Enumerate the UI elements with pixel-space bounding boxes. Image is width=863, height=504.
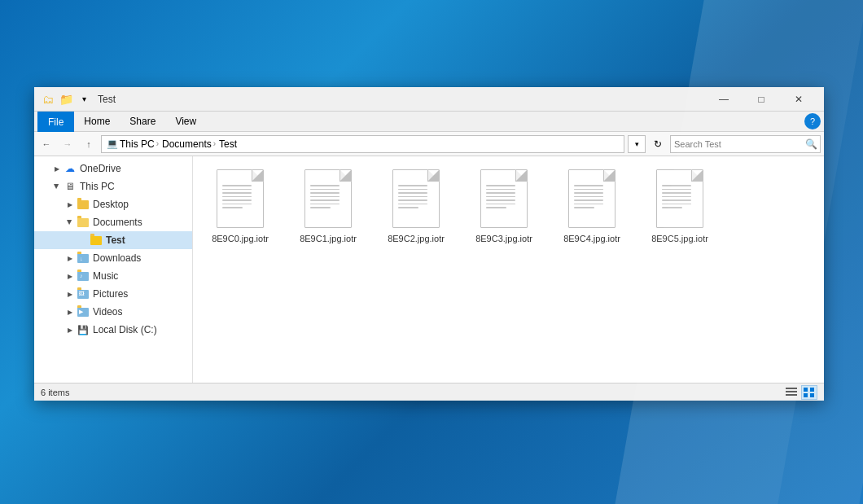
window-title: Test bbox=[98, 94, 705, 105]
svg-rect-4 bbox=[810, 388, 814, 392]
expand-arrow-documents: ▶ bbox=[64, 216, 77, 229]
doc-line bbox=[222, 207, 243, 208]
expand-arrow-videos: ▶ bbox=[64, 305, 77, 318]
doc-line bbox=[574, 192, 603, 194]
sidebar-item-desktop[interactable]: ▶ Desktop bbox=[34, 195, 192, 213]
sidebar: ▶ ☁ OneDrive ▶ 🖥 This PC ▶ Des bbox=[34, 156, 193, 383]
title-bar: 🗂 📁 ▾ Test — □ ✕ bbox=[34, 87, 824, 112]
doc-line bbox=[310, 196, 340, 198]
search-icon[interactable]: 🔍 bbox=[802, 135, 820, 153]
sidebar-item-localdisk[interactable]: ▶ 💾 Local Disk (C:) bbox=[34, 321, 192, 339]
file-item[interactable]: 8E9C5.jpg.iotr bbox=[639, 163, 721, 248]
test-folder-icon bbox=[90, 234, 103, 247]
file-item[interactable]: 8E9C4.jpg.iotr bbox=[551, 163, 633, 248]
doc-lines bbox=[222, 185, 252, 208]
tab-file[interactable]: File bbox=[37, 112, 74, 132]
svg-rect-3 bbox=[804, 388, 808, 392]
back-button[interactable]: ← bbox=[37, 135, 55, 153]
doc-line bbox=[486, 204, 515, 205]
close-button[interactable]: ✕ bbox=[780, 87, 817, 112]
desktop-folder-icon bbox=[77, 198, 90, 211]
file-explorer-window: 🗂 📁 ▾ Test — □ ✕ File Home Share View ? … bbox=[34, 87, 824, 401]
sidebar-label-thispc: This PC bbox=[80, 181, 115, 192]
downloads-folder-icon: ↓ bbox=[77, 252, 90, 265]
svg-rect-5 bbox=[804, 393, 808, 397]
doc-line bbox=[398, 207, 418, 208]
help-button[interactable]: ? bbox=[804, 113, 821, 129]
sidebar-item-downloads[interactable]: ▶ ↓ Downloads bbox=[34, 249, 192, 267]
forward-button[interactable]: → bbox=[59, 135, 77, 153]
quick-access-icon: 🗂 bbox=[41, 92, 55, 107]
doc-line bbox=[398, 196, 427, 198]
sidebar-item-onedrive[interactable]: ▶ ☁ OneDrive bbox=[34, 160, 192, 177]
down-arrow-icon[interactable]: ▾ bbox=[77, 92, 91, 107]
path-arrow-2: › bbox=[213, 139, 216, 148]
main-area: ▶ ☁ OneDrive ▶ 🖥 This PC ▶ Des bbox=[34, 156, 824, 383]
expand-arrow-downloads: ▶ bbox=[64, 252, 77, 265]
sidebar-label-test: Test bbox=[106, 234, 125, 246]
search-box[interactable]: 🔍 bbox=[670, 135, 821, 153]
up-button[interactable]: ↑ bbox=[80, 135, 98, 153]
document-icon bbox=[656, 169, 703, 228]
file-icon-wrapper bbox=[563, 166, 620, 231]
doc-line bbox=[310, 189, 340, 191]
search-input[interactable] bbox=[671, 139, 802, 149]
document-icon bbox=[304, 169, 352, 228]
file-icon-wrapper bbox=[212, 166, 269, 231]
tab-share[interactable]: Share bbox=[120, 112, 165, 132]
localdisk-icon: 💾 bbox=[77, 323, 90, 336]
doc-line bbox=[222, 185, 252, 186]
doc-lines bbox=[398, 185, 427, 208]
file-icon-wrapper bbox=[651, 166, 708, 231]
pictures-folder-icon: 🖼 bbox=[77, 287, 90, 300]
document-icon bbox=[217, 169, 264, 228]
doc-line bbox=[222, 199, 252, 201]
path-arrow-1: › bbox=[156, 139, 159, 148]
file-area: 8E9C0.jpg.iotr 8E9C1.jpg.iotr 8E9C2.jpg.… bbox=[193, 156, 824, 383]
sidebar-label-desktop: Desktop bbox=[93, 199, 129, 210]
file-item[interactable]: 8E9C2.jpg.iotr bbox=[375, 163, 457, 248]
item-count: 6 items bbox=[41, 388, 69, 397]
expand-arrow-localdisk: ▶ bbox=[64, 323, 77, 336]
sidebar-item-documents[interactable]: ▶ Documents bbox=[34, 213, 192, 231]
sidebar-item-test[interactable]: ▶ Test bbox=[34, 231, 192, 249]
address-path[interactable]: 💻 This PC › Documents › Test bbox=[101, 135, 624, 153]
tab-home[interactable]: Home bbox=[74, 112, 120, 132]
sidebar-item-music[interactable]: ▶ ♪ Music bbox=[34, 267, 192, 285]
minimize-button[interactable]: — bbox=[705, 87, 743, 112]
file-item[interactable]: 8E9C1.jpg.iotr bbox=[287, 163, 369, 248]
sidebar-item-pictures[interactable]: ▶ 🖼 Pictures bbox=[34, 285, 192, 303]
sidebar-label-onedrive: OneDrive bbox=[80, 163, 121, 174]
doc-line bbox=[222, 196, 252, 198]
doc-line bbox=[486, 185, 515, 186]
sidebar-item-videos[interactable]: ▶ ▶ Videos bbox=[34, 303, 192, 321]
file-icon-wrapper bbox=[388, 166, 445, 231]
doc-line bbox=[222, 204, 252, 205]
doc-line bbox=[486, 189, 515, 191]
doc-line bbox=[486, 207, 506, 208]
file-label: 8E9C3.jpg.iotr bbox=[475, 233, 532, 244]
onedrive-icon: ☁ bbox=[64, 162, 77, 175]
doc-line bbox=[310, 199, 340, 201]
maximize-button[interactable]: □ bbox=[743, 87, 780, 112]
icon-view-button[interactable] bbox=[801, 385, 817, 400]
doc-line bbox=[486, 196, 515, 198]
svg-rect-6 bbox=[810, 393, 814, 397]
file-item[interactable]: 8E9C3.jpg.iotr bbox=[463, 163, 545, 248]
documents-label: Documents bbox=[162, 138, 212, 150]
doc-line bbox=[662, 192, 691, 194]
sidebar-label-localdisk: Local Disk (C:) bbox=[93, 324, 157, 335]
doc-line bbox=[486, 192, 515, 194]
sidebar-item-thispc[interactable]: ▶ 🖥 This PC bbox=[34, 177, 192, 195]
refresh-button[interactable]: ↻ bbox=[649, 135, 667, 153]
sidebar-label-documents: Documents bbox=[93, 217, 142, 228]
file-item[interactable]: 8E9C0.jpg.iotr bbox=[199, 163, 281, 248]
svg-rect-0 bbox=[786, 388, 797, 389]
doc-lines bbox=[310, 185, 340, 208]
file-label: 8E9C4.jpg.iotr bbox=[563, 233, 620, 244]
pin-icon[interactable]: 📁 bbox=[59, 92, 73, 107]
document-icon bbox=[480, 169, 528, 228]
details-view-button[interactable] bbox=[783, 385, 799, 400]
tab-view[interactable]: View bbox=[165, 112, 206, 132]
address-dropdown-button[interactable]: ▾ bbox=[628, 135, 646, 153]
